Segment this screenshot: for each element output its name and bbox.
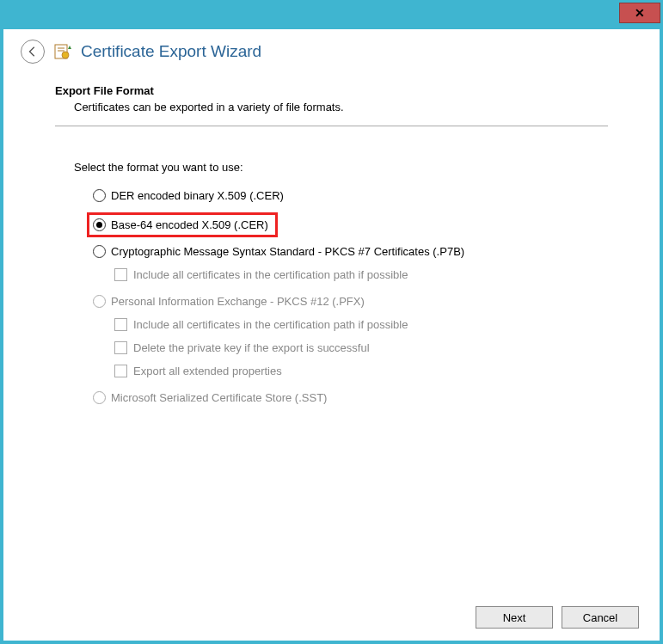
cancel-button-label: Cancel xyxy=(583,611,617,624)
radio-base64-label: Base-64 encoded X.509 (.CER) xyxy=(111,218,268,231)
radio-pfx-label: Personal Information Exchange - PKCS #12… xyxy=(111,295,365,308)
checkbox-icon xyxy=(114,341,127,354)
next-button-label: Next xyxy=(503,611,526,624)
next-button[interactable]: Next xyxy=(476,606,553,629)
highlight-selected: Base-64 encoded X.509 (.CER) xyxy=(87,212,278,237)
checkbox-icon xyxy=(114,318,127,331)
wizard-title: Certificate Export Wizard xyxy=(81,42,261,61)
section-description: Certificates can be exported in a variet… xyxy=(74,101,608,113)
radio-icon xyxy=(93,295,106,308)
header-row: Certificate Export Wizard xyxy=(3,29,660,76)
content-area: Export File Format Certificates can be e… xyxy=(3,76,660,404)
footer-buttons: Next Cancel xyxy=(476,606,639,629)
checkbox-pfx-include: Include all certificates in the certific… xyxy=(114,318,608,331)
titlebar: ✕ xyxy=(3,3,660,29)
checkbox-pfx-extended-label: Export all extended properties xyxy=(133,365,282,377)
format-options: DER encoded binary X.509 (.CER) Base-64 … xyxy=(93,189,608,404)
checkbox-pfx-extended: Export all extended properties xyxy=(114,365,608,377)
checkbox-icon xyxy=(114,365,127,377)
svg-point-3 xyxy=(62,52,69,58)
radio-der-label: DER encoded binary X.509 (.CER) xyxy=(111,189,284,202)
radio-icon xyxy=(93,218,106,231)
close-icon: ✕ xyxy=(635,6,645,20)
checkbox-pkcs7-include: Include all certificates in the certific… xyxy=(114,268,608,281)
close-button[interactable]: ✕ xyxy=(619,3,660,23)
radio-icon xyxy=(93,189,106,202)
checkbox-pfx-include-label: Include all certificates in the certific… xyxy=(133,318,408,331)
back-button[interactable] xyxy=(21,40,45,64)
radio-pfx: Personal Information Exchange - PKCS #12… xyxy=(93,295,608,308)
radio-icon xyxy=(93,391,106,404)
radio-pkcs7[interactable]: Cryptographic Message Syntax Standard - … xyxy=(93,245,608,258)
radio-sst-label: Microsoft Serialized Certificate Store (… xyxy=(111,391,327,404)
checkbox-pfx-delete-label: Delete the private key if the export is … xyxy=(133,341,370,354)
radio-sst: Microsoft Serialized Certificate Store (… xyxy=(93,391,608,404)
radio-base64[interactable]: Base-64 encoded X.509 (.CER) xyxy=(93,218,268,231)
radio-pkcs7-label: Cryptographic Message Syntax Standard - … xyxy=(111,245,464,258)
format-prompt: Select the format you want to use: xyxy=(74,161,608,174)
certificate-icon xyxy=(53,42,72,61)
wizard-window: ✕ Certificate Export Wizard Export File … xyxy=(0,0,663,644)
radio-der[interactable]: DER encoded binary X.509 (.CER) xyxy=(93,189,608,202)
checkbox-icon xyxy=(114,268,127,281)
checkbox-pkcs7-include-label: Include all certificates in the certific… xyxy=(133,268,408,281)
back-arrow-icon xyxy=(27,46,39,58)
cancel-button[interactable]: Cancel xyxy=(562,606,639,629)
checkbox-pfx-delete: Delete the private key if the export is … xyxy=(114,341,608,354)
radio-icon xyxy=(93,245,106,258)
section-heading: Export File Format xyxy=(55,84,608,97)
divider xyxy=(55,126,608,126)
